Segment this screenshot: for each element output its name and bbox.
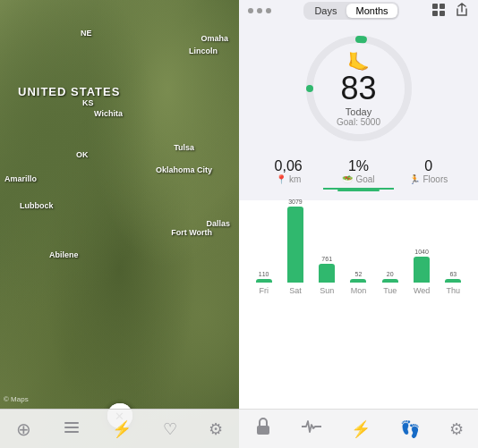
stat-goal-label-row: 🥗 Goal	[342, 174, 374, 184]
segment-months[interactable]: Months	[346, 4, 397, 18]
map-bottom-nav: ⊕ ⚡ ♡ ⚙	[0, 409, 239, 448]
health-bottom-nav: ⚡ 👣 ⚙	[239, 409, 478, 448]
steps-count: 83	[340, 72, 376, 105]
steps-today-label: Today	[346, 106, 371, 117]
map-nav-settings[interactable]: ⚙	[209, 419, 223, 439]
bar-group-wed: 1040Wed	[405, 249, 437, 295]
steps-goal-label: Goal: 5000	[337, 117, 380, 127]
stat-km-label: km	[289, 174, 301, 184]
svg-rect-5	[64, 431, 79, 433]
health-top-bar: Days Months	[239, 0, 478, 21]
chart-area: 110Fri3079Sat761Sun52Mon20Tue1040Wed63Th…	[248, 207, 469, 297]
location-icon: 📍	[276, 174, 286, 184]
settings-icon: ⚙	[449, 419, 464, 439]
bar-value-sat: 3079	[288, 199, 303, 205]
bar-group-tue: 20Tue	[374, 271, 405, 295]
svg-rect-9	[440, 11, 445, 16]
bar-group-thu: 63Thu	[438, 271, 469, 295]
segment-control: Days Months	[303, 2, 398, 20]
health-dots	[248, 8, 271, 13]
grid-icon[interactable]	[431, 3, 446, 20]
svg-rect-8	[432, 11, 438, 16]
bar-value-fri: 110	[259, 271, 269, 277]
stat-km-label-row: 📍 km	[276, 174, 301, 184]
health-panel: Days Months	[239, 0, 478, 448]
svg-rect-4	[64, 427, 79, 428]
stat-floors-label-row: 🏃 Floors	[409, 174, 448, 184]
svg-rect-7	[440, 4, 445, 9]
bar-sat[interactable]	[287, 207, 303, 283]
bar-value-mon: 52	[355, 271, 363, 277]
bar-group-fri: 110Fri	[248, 271, 279, 295]
stat-km-value: 0,06	[275, 158, 303, 174]
stat-goal-value: 1%	[348, 158, 369, 174]
svg-rect-13	[257, 426, 269, 435]
bar-group-mon: 52Mon	[343, 271, 374, 295]
chart-section: 110Fri3079Sat761Sun52Mon20Tue1040Wed63Th…	[239, 200, 478, 409]
lock-icon	[254, 417, 272, 441]
map-nav-heart[interactable]: ♡	[163, 419, 177, 439]
activity-icon	[302, 419, 321, 438]
health-nav-steps[interactable]: 👣	[393, 418, 427, 441]
steps-feet-icon: 🦶	[347, 51, 370, 72]
goal-icon: 🥗	[342, 174, 353, 184]
bar-day-wed: Wed	[414, 286, 430, 295]
bar-value-sun: 761	[321, 256, 332, 262]
bar-day-sun: Sun	[320, 286, 334, 295]
stairs-icon: 🏃	[409, 174, 420, 184]
bar-thu[interactable]	[445, 279, 461, 283]
bar-value-wed: 1040	[414, 249, 429, 255]
map-copyright: © Maps	[4, 395, 29, 403]
map-nav-bolt[interactable]: ⚡	[112, 419, 132, 439]
stats-row: 0,06 📍 km 1% 🥗 Goal 0 🏃 Floors	[239, 151, 478, 197]
svg-rect-3	[64, 422, 79, 424]
bolt-icon: ⚡	[351, 419, 371, 439]
bar-day-fri: Fri	[259, 286, 269, 295]
bar-day-tue: Tue	[383, 286, 397, 295]
dot-1	[248, 8, 253, 13]
bar-day-sat: Sat	[289, 286, 302, 295]
map-terrain	[0, 0, 239, 448]
circle-content: 🦶 83 Today Goal: 5000	[301, 30, 417, 147]
share-icon[interactable]	[455, 3, 469, 20]
bar-group-sun: 761Sun	[312, 256, 343, 295]
health-nav-lock[interactable]	[247, 415, 279, 443]
bar-day-mon: Mon	[351, 286, 367, 295]
health-top-icons	[431, 3, 469, 20]
dot-2	[257, 8, 262, 13]
stat-goal-label: Goal	[355, 174, 374, 184]
stat-floors[interactable]: 0 🏃 Floors	[394, 158, 464, 190]
map-nav-list[interactable]	[63, 418, 81, 440]
bar-value-tue: 20	[387, 271, 394, 277]
stat-goal[interactable]: 1% 🥗 Goal	[323, 158, 393, 190]
stat-floors-label: Floors	[423, 174, 448, 184]
map-panel: UNITED STATES NE KS OK Omaha Lincoln Wic…	[0, 0, 239, 448]
bar-sun[interactable]	[319, 264, 335, 283]
health-nav-activity[interactable]	[294, 418, 329, 440]
stat-km[interactable]: 0,06 📍 km	[253, 158, 323, 190]
circle-section: 🦶 83 Today Goal: 5000	[239, 21, 478, 151]
svg-rect-6	[432, 4, 438, 9]
bar-tue[interactable]	[382, 279, 398, 283]
health-nav-bolt[interactable]: ⚡	[344, 418, 378, 441]
segment-days[interactable]: Days	[305, 4, 346, 18]
bar-fri[interactable]	[256, 279, 272, 283]
steps-circle: 🦶 83 Today Goal: 5000	[301, 30, 417, 147]
bar-mon[interactable]	[350, 279, 366, 283]
bar-value-thu: 63	[449, 271, 457, 277]
bar-group-sat: 3079Sat	[279, 199, 311, 295]
health-nav-settings[interactable]: ⚙	[442, 418, 471, 441]
stat-floors-value: 0	[424, 158, 432, 174]
dot-3	[266, 8, 271, 13]
bar-day-thu: Thu	[447, 286, 461, 295]
map-nav-add[interactable]: ⊕	[16, 418, 31, 440]
steps-icon: 👣	[400, 419, 420, 439]
bar-wed[interactable]	[414, 257, 430, 283]
